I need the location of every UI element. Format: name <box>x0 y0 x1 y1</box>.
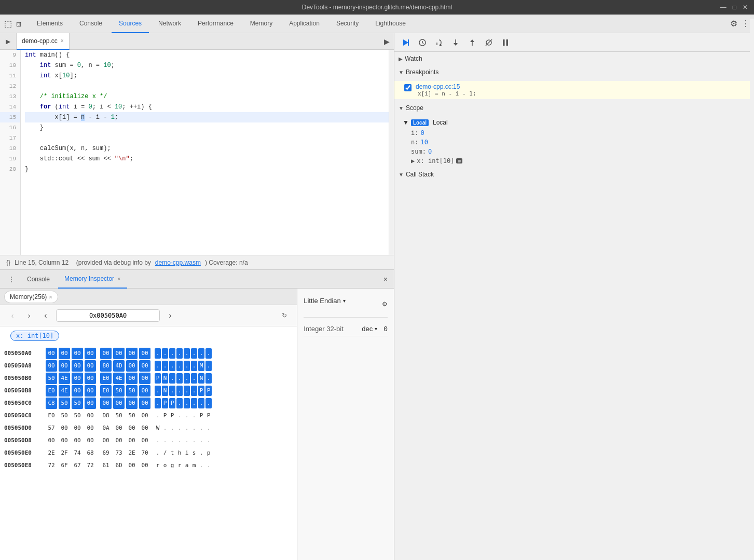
file-tabs: ▶ demo-cpp.cc × ▶ <box>0 33 394 50</box>
addr-back-button[interactable]: ‹ <box>6 309 19 322</box>
tab-memory[interactable]: Memory <box>243 15 280 33</box>
debug-toolbar <box>394 33 754 52</box>
tab-sources[interactable]: Sources <box>112 15 149 33</box>
tab-memory-inspector[interactable]: Memory Inspector × <box>58 270 127 289</box>
device-toggle-icon[interactable]: ⧈ <box>16 19 21 29</box>
more-options-icon[interactable]: ⋮ <box>742 19 750 29</box>
endian-label: Little Endian <box>304 297 341 305</box>
breakpoint-code: x[i] = n - i - 1; <box>416 90 746 97</box>
call-stack-header[interactable]: ▼ Call Stack <box>394 168 754 181</box>
hex-group-2: 00 00 00 00 <box>100 348 150 359</box>
memory-inspector-tab-close[interactable]: × <box>117 276 120 282</box>
memory-256-tab[interactable]: Memory(256) × <box>4 291 58 303</box>
code-line-11: int x[10]; <box>25 71 389 81</box>
memory-row-4: 005050C0 C8 50 50 00 00 00 <box>0 397 297 409</box>
breakpoints-section: ▼ Breakpoints demo-cpp.cc:15 x[i] = n - … <box>394 65 754 101</box>
right-scrollbar[interactable] <box>750 33 754 226</box>
deactivate-breakpoints-button[interactable] <box>482 35 496 50</box>
addr-left-arrow[interactable]: ‹ <box>39 309 52 322</box>
breakpoint-item-0[interactable]: demo-cpp.cc:15 x[i] = n - i - 1; <box>394 81 754 99</box>
scope-local-header[interactable]: ▼ Local Local <box>394 117 754 128</box>
breakpoints-arrow-icon: ▼ <box>399 70 404 75</box>
tab-network[interactable]: Network <box>151 15 188 33</box>
scope-label: Scope <box>406 104 423 112</box>
tab-lighthouse[interactable]: Lighthouse <box>368 15 413 33</box>
scope-var-n: n: 10 <box>394 138 754 147</box>
interp-format-chevron-icon: ▾ <box>375 326 377 332</box>
step-over-button[interactable] <box>432 35 446 50</box>
memory-hex-table: 005050A0 00 00 00 00 00 00 <box>0 345 297 560</box>
watch-section-header[interactable]: ▶ Watch <box>394 52 754 65</box>
code-line-10: int sum = 0, n = 10; <box>25 60 389 71</box>
tab-console-bottom[interactable]: Console <box>21 270 56 289</box>
memory-row-3: 005050B8 E0 4E 00 00 E0 50 <box>0 385 297 397</box>
step-out-button[interactable] <box>465 35 479 50</box>
memory-row-1: 005050A8 00 00 00 00 80 4D <box>0 360 297 372</box>
memory-row-9: 005050E8 72 6F 67 72 61 6D <box>0 459 297 472</box>
tab-security[interactable]: Security <box>329 15 366 33</box>
svg-rect-1 <box>408 39 409 46</box>
step-into-button[interactable] <box>448 35 463 50</box>
address-input[interactable] <box>56 309 160 322</box>
hex-group-1: 00 00 00 00 <box>46 348 96 359</box>
scope-section-header[interactable]: ▼ Scope <box>394 101 754 115</box>
code-scrollbar[interactable] <box>389 50 394 255</box>
code-content[interactable]: int main() { int sum = 0, n = 10; int x[… <box>21 50 389 255</box>
maximize-button[interactable]: □ <box>733 4 736 11</box>
right-sections: ▶ Watch ▼ Breakpoints demo-cpp.cc:15 <box>394 52 754 560</box>
scope-var-x[interactable]: ▶ x: int[10] ⊞ <box>394 156 754 166</box>
wasm-link[interactable]: demo-cpp.wasm <box>155 259 201 266</box>
addr-right-arrow[interactable]: › <box>164 309 176 322</box>
interp-value: 0 <box>383 325 388 333</box>
endian-selector[interactable]: Little Endian ▾ <box>304 295 346 307</box>
addr-refresh-button[interactable]: ↻ <box>278 309 291 322</box>
settings-icon[interactable]: ⚙ <box>730 19 737 29</box>
memory-subtabs: Memory(256) × <box>0 289 297 305</box>
code-line-18: calcSum(x, n, sum); <box>25 143 389 154</box>
breakpoint-checkbox-0[interactable] <box>404 84 412 91</box>
tab-application[interactable]: Application <box>282 15 327 33</box>
memory-row-6: 005050D0 57 00 00 00 0A 00 <box>0 422 297 434</box>
scope-var-i: i: 0 <box>394 128 754 138</box>
interp-format-selector[interactable]: dec ▾ <box>362 325 377 333</box>
addr-forward-button[interactable]: › <box>23 309 35 322</box>
call-stack-label: Call Stack <box>406 171 434 178</box>
sidebar-toggle[interactable]: ▶ <box>0 33 17 50</box>
call-stack-section: ▼ Call Stack <box>394 168 754 181</box>
code-line-16: } <box>25 122 389 133</box>
svg-marker-8 <box>470 39 474 42</box>
breakpoints-section-header[interactable]: ▼ Breakpoints <box>394 65 754 79</box>
memory-subtab-close[interactable]: × <box>49 294 52 300</box>
var-tag[interactable]: x: int[10] <box>10 331 59 341</box>
line-column-info: Line 15, Column 12 <box>15 259 68 266</box>
tab-console[interactable]: Console <box>72 15 109 33</box>
pause-on-exception-button[interactable] <box>415 35 430 50</box>
bottom-more-icon[interactable]: ⋮ <box>4 272 19 286</box>
var-tag-container: x: int[10] <box>0 326 297 345</box>
tab-performance[interactable]: Performance <box>190 15 241 33</box>
breakpoint-file: demo-cpp.cc:15 <box>416 83 746 90</box>
x-expand-icon: ▶ <box>411 157 415 165</box>
svg-marker-0 <box>403 39 408 46</box>
svg-rect-12 <box>506 39 509 46</box>
minimize-button[interactable]: — <box>720 4 726 11</box>
window-controls: — □ ✕ <box>720 4 748 11</box>
code-editor: 9 10 11 12 13 14 15 16 17 18 19 20 int m… <box>0 50 394 255</box>
ascii-group: . . . . . . . . <box>155 348 212 359</box>
code-line-19: std::cout << sum << "\n"; <box>25 154 389 164</box>
cursor-icon[interactable]: ⬚ <box>4 19 12 29</box>
resume-button[interactable] <box>399 35 413 50</box>
tab-elements[interactable]: Elements <box>30 15 70 33</box>
main-tab-bar: ⬚ ⧈ Elements Console Sources Network Per… <box>0 15 754 33</box>
file-tab-demo-cpp[interactable]: demo-cpp.cc × <box>17 33 70 50</box>
watch-label: Watch <box>405 55 422 62</box>
memory-right-panel: Little Endian ▾ ⚙ Integer 32-bit dec ▾ <box>297 289 394 560</box>
file-tab-close[interactable]: × <box>61 38 64 44</box>
memory-settings-icon[interactable]: ⚙ <box>382 301 388 308</box>
watch-arrow-icon: ▶ <box>399 56 403 62</box>
close-button[interactable]: ✕ <box>743 4 748 11</box>
file-menu-icon[interactable]: ▶ <box>384 37 390 46</box>
bottom-panel-close[interactable]: × <box>381 273 390 285</box>
local-arrow-icon: ▼ <box>403 119 409 126</box>
pause-button[interactable] <box>498 35 513 50</box>
